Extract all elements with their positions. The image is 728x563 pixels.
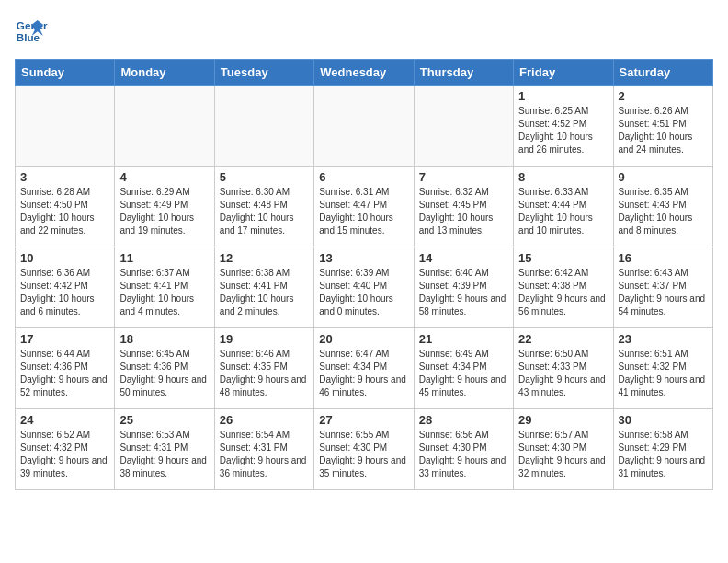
day-number: 6	[319, 170, 408, 184]
day-info: Sunrise: 6:30 AM Sunset: 4:48 PM Dayligh…	[220, 186, 309, 237]
calendar-cell: 4Sunrise: 6:29 AM Sunset: 4:49 PM Daylig…	[115, 167, 214, 247]
day-info: Sunrise: 6:58 AM Sunset: 4:29 PM Dayligh…	[619, 429, 708, 480]
calendar-cell: 20Sunrise: 6:47 AM Sunset: 4:34 PM Dayli…	[314, 328, 414, 409]
weekday-header-friday: Friday	[514, 60, 613, 86]
calendar-cell: 11Sunrise: 6:37 AM Sunset: 4:41 PM Dayli…	[115, 247, 214, 328]
day-info: Sunrise: 6:46 AM Sunset: 4:35 PM Dayligh…	[220, 348, 309, 399]
day-info: Sunrise: 6:47 AM Sunset: 4:34 PM Dayligh…	[319, 348, 408, 399]
calendar-cell: 26Sunrise: 6:54 AM Sunset: 4:31 PM Dayli…	[214, 409, 313, 490]
calendar-header-row: SundayMondayTuesdayWednesdayThursdayFrid…	[16, 60, 713, 86]
day-info: Sunrise: 6:42 AM Sunset: 4:38 PM Dayligh…	[518, 267, 608, 318]
day-number: 9	[619, 170, 708, 184]
day-number: 14	[419, 251, 508, 265]
calendar-cell: 2Sunrise: 6:26 AM Sunset: 4:51 PM Daylig…	[613, 86, 712, 167]
calendar-cell: 5Sunrise: 6:30 AM Sunset: 4:48 PM Daylig…	[214, 167, 313, 247]
svg-text:Blue: Blue	[17, 31, 40, 43]
day-info: Sunrise: 6:52 AM Sunset: 4:32 PM Dayligh…	[20, 429, 109, 480]
day-info: Sunrise: 6:50 AM Sunset: 4:33 PM Dayligh…	[518, 348, 608, 399]
day-number: 11	[119, 251, 209, 265]
calendar-cell: 7Sunrise: 6:32 AM Sunset: 4:45 PM Daylig…	[414, 167, 513, 247]
calendar-week-4: 24Sunrise: 6:52 AM Sunset: 4:32 PM Dayli…	[16, 409, 713, 490]
day-number: 21	[419, 332, 508, 346]
calendar-cell: 15Sunrise: 6:42 AM Sunset: 4:38 PM Dayli…	[514, 247, 613, 328]
day-number: 24	[20, 413, 109, 427]
calendar-week-0: 1Sunrise: 6:25 AM Sunset: 4:52 PM Daylig…	[16, 86, 713, 167]
day-number: 2	[619, 89, 708, 103]
general-blue-logo-icon: General Blue	[15, 15, 48, 48]
weekday-header-saturday: Saturday	[613, 60, 712, 86]
calendar-cell	[314, 86, 414, 167]
day-number: 28	[419, 413, 508, 427]
calendar-cell: 17Sunrise: 6:44 AM Sunset: 4:36 PM Dayli…	[16, 328, 115, 409]
calendar-week-2: 10Sunrise: 6:36 AM Sunset: 4:42 PM Dayli…	[16, 247, 713, 328]
calendar-cell: 10Sunrise: 6:36 AM Sunset: 4:42 PM Dayli…	[16, 247, 115, 328]
day-info: Sunrise: 6:35 AM Sunset: 4:43 PM Dayligh…	[619, 186, 708, 237]
calendar-cell: 23Sunrise: 6:51 AM Sunset: 4:32 PM Dayli…	[613, 328, 712, 409]
day-number: 29	[518, 413, 608, 427]
calendar-cell	[16, 86, 115, 167]
calendar-week-1: 3Sunrise: 6:28 AM Sunset: 4:50 PM Daylig…	[16, 167, 713, 247]
day-info: Sunrise: 6:33 AM Sunset: 4:44 PM Dayligh…	[518, 186, 608, 237]
day-info: Sunrise: 6:38 AM Sunset: 4:41 PM Dayligh…	[220, 267, 309, 318]
calendar-cell: 16Sunrise: 6:43 AM Sunset: 4:37 PM Dayli…	[613, 247, 712, 328]
calendar-cell: 30Sunrise: 6:58 AM Sunset: 4:29 PM Dayli…	[613, 409, 712, 490]
day-number: 18	[119, 332, 209, 346]
day-number: 27	[319, 413, 408, 427]
day-info: Sunrise: 6:25 AM Sunset: 4:52 PM Dayligh…	[518, 105, 608, 156]
day-number: 13	[319, 251, 408, 265]
calendar-cell: 18Sunrise: 6:45 AM Sunset: 4:36 PM Dayli…	[115, 328, 214, 409]
calendar-cell: 13Sunrise: 6:39 AM Sunset: 4:40 PM Dayli…	[314, 247, 414, 328]
day-number: 17	[20, 332, 109, 346]
weekday-header-monday: Monday	[115, 60, 214, 86]
day-info: Sunrise: 6:29 AM Sunset: 4:49 PM Dayligh…	[119, 186, 209, 237]
calendar-cell: 22Sunrise: 6:50 AM Sunset: 4:33 PM Dayli…	[514, 328, 613, 409]
day-number: 15	[518, 251, 608, 265]
logo: General Blue	[15, 15, 48, 48]
calendar-cell: 9Sunrise: 6:35 AM Sunset: 4:43 PM Daylig…	[613, 167, 712, 247]
day-number: 3	[20, 170, 109, 184]
day-number: 4	[119, 170, 209, 184]
day-info: Sunrise: 6:57 AM Sunset: 4:30 PM Dayligh…	[518, 429, 608, 480]
day-number: 12	[220, 251, 309, 265]
day-info: Sunrise: 6:51 AM Sunset: 4:32 PM Dayligh…	[619, 348, 708, 399]
day-number: 26	[220, 413, 309, 427]
day-info: Sunrise: 6:28 AM Sunset: 4:50 PM Dayligh…	[20, 186, 109, 237]
day-number: 5	[220, 170, 309, 184]
calendar-cell: 19Sunrise: 6:46 AM Sunset: 4:35 PM Dayli…	[214, 328, 313, 409]
calendar-cell: 8Sunrise: 6:33 AM Sunset: 4:44 PM Daylig…	[514, 167, 613, 247]
day-number: 25	[119, 413, 209, 427]
calendar-cell: 14Sunrise: 6:40 AM Sunset: 4:39 PM Dayli…	[414, 247, 513, 328]
day-number: 22	[518, 332, 608, 346]
calendar-cell: 25Sunrise: 6:53 AM Sunset: 4:31 PM Dayli…	[115, 409, 214, 490]
day-number: 10	[20, 251, 109, 265]
calendar-cell: 3Sunrise: 6:28 AM Sunset: 4:50 PM Daylig…	[16, 167, 115, 247]
header: General Blue	[15, 15, 713, 48]
day-info: Sunrise: 6:45 AM Sunset: 4:36 PM Dayligh…	[119, 348, 209, 399]
calendar-cell	[414, 86, 513, 167]
day-info: Sunrise: 6:53 AM Sunset: 4:31 PM Dayligh…	[119, 429, 209, 480]
weekday-header-thursday: Thursday	[414, 60, 513, 86]
day-info: Sunrise: 6:54 AM Sunset: 4:31 PM Dayligh…	[220, 429, 309, 480]
svg-text:General: General	[17, 19, 48, 31]
calendar-cell: 1Sunrise: 6:25 AM Sunset: 4:52 PM Daylig…	[514, 86, 613, 167]
day-info: Sunrise: 6:49 AM Sunset: 4:34 PM Dayligh…	[419, 348, 508, 399]
calendar-week-3: 17Sunrise: 6:44 AM Sunset: 4:36 PM Dayli…	[16, 328, 713, 409]
calendar-cell	[115, 86, 214, 167]
calendar-cell: 21Sunrise: 6:49 AM Sunset: 4:34 PM Dayli…	[414, 328, 513, 409]
day-number: 1	[518, 89, 608, 103]
day-number: 8	[518, 170, 608, 184]
day-number: 20	[319, 332, 408, 346]
weekday-header-wednesday: Wednesday	[314, 60, 414, 86]
day-number: 30	[619, 413, 708, 427]
calendar-cell: 24Sunrise: 6:52 AM Sunset: 4:32 PM Dayli…	[16, 409, 115, 490]
weekday-header-tuesday: Tuesday	[214, 60, 313, 86]
day-info: Sunrise: 6:26 AM Sunset: 4:51 PM Dayligh…	[619, 105, 708, 156]
day-number: 23	[619, 332, 708, 346]
calendar-table: SundayMondayTuesdayWednesdayThursdayFrid…	[15, 59, 713, 490]
day-number: 19	[220, 332, 309, 346]
day-info: Sunrise: 6:40 AM Sunset: 4:39 PM Dayligh…	[419, 267, 508, 318]
weekday-header-sunday: Sunday	[16, 60, 115, 86]
calendar-cell	[214, 86, 313, 167]
day-info: Sunrise: 6:36 AM Sunset: 4:42 PM Dayligh…	[20, 267, 109, 318]
day-info: Sunrise: 6:44 AM Sunset: 4:36 PM Dayligh…	[20, 348, 109, 399]
